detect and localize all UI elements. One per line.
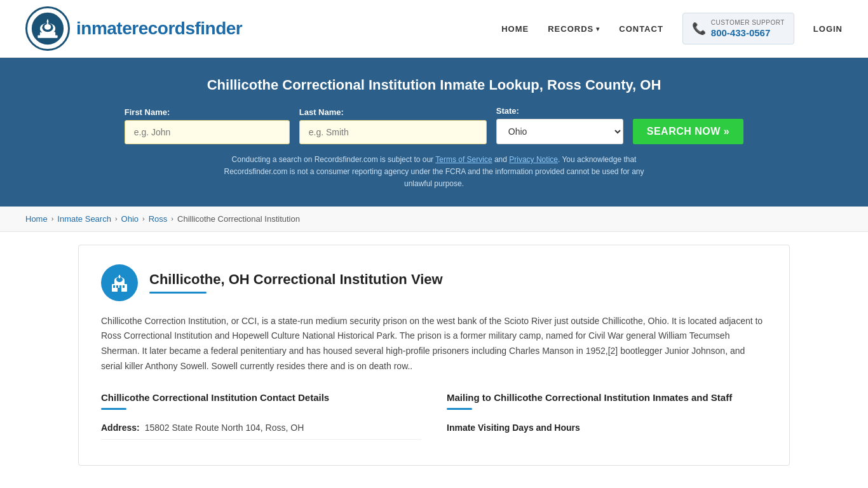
breadcrumb-ohio[interactable]: Ohio	[121, 214, 139, 224]
svg-rect-16	[119, 285, 121, 288]
phone-icon: 📞	[692, 22, 706, 36]
mailing-underline	[447, 408, 472, 410]
nav-records[interactable]: RECORDS ▾	[548, 24, 600, 34]
hero-section: Chillicothe Correctional Institution Inm…	[0, 58, 868, 207]
contact-underline	[101, 408, 126, 410]
privacy-link[interactable]: Privacy Notice	[509, 155, 558, 164]
breadcrumb: Home › Inmate Search › Ohio › Ross › Chi…	[0, 207, 868, 232]
breadcrumb-current: Chillicothe Correctional Institution	[177, 214, 300, 224]
svg-rect-15	[116, 285, 118, 288]
logo-area: inmaterecordsfinder	[25, 6, 242, 51]
svg-marker-23	[118, 274, 121, 277]
breadcrumb-sep-3: ›	[142, 215, 145, 222]
first-name-group: First Name:	[125, 107, 290, 144]
state-group: State: Ohio Alabama Alaska California Te…	[496, 106, 623, 144]
last-name-label: Last Name:	[299, 107, 344, 117]
address-label: Address:	[101, 423, 140, 433]
mailing-column: Mailing to Chillicothe Correctional Inst…	[447, 392, 767, 446]
svg-point-10	[44, 24, 51, 30]
two-column-section: Chillicothe Correctional Institution Con…	[101, 392, 767, 446]
search-form: First Name: Last Name: State: Ohio Alaba…	[25, 106, 843, 144]
state-label: State:	[496, 106, 519, 116]
first-name-label: First Name:	[125, 107, 170, 117]
nav-contact[interactable]: CONTACT	[619, 24, 663, 34]
content-card: Chillicothe, OH Correctional Institution…	[78, 245, 790, 466]
first-name-input[interactable]	[125, 120, 290, 144]
institution-header: Chillicothe, OH Correctional Institution…	[101, 264, 767, 301]
last-name-input[interactable]	[299, 120, 487, 144]
terms-link[interactable]: Terms of Service	[435, 155, 492, 164]
contact-heading: Chillicothe Correctional Institution Con…	[101, 392, 421, 403]
breadcrumb-sep-2: ›	[115, 215, 118, 222]
site-header: inmaterecordsfinder HOME RECORDS ▾ CONTA…	[0, 0, 868, 58]
breadcrumb-ross[interactable]: Ross	[149, 214, 168, 224]
institution-title: Chillicothe, OH Correctional Institution…	[149, 271, 443, 288]
nav-login[interactable]: LOGIN	[813, 24, 843, 34]
visiting-subheading: Inmate Visiting Days and Hours	[447, 423, 767, 433]
search-button[interactable]: SEARCH NOW »	[633, 119, 743, 144]
svg-rect-18	[118, 288, 121, 292]
main-content: Chillicothe, OH Correctional Institution…	[53, 245, 815, 466]
state-select[interactable]: Ohio Alabama Alaska California Texas	[496, 119, 623, 144]
institution-icon	[101, 264, 138, 301]
breadcrumb-sep-4: ›	[171, 215, 173, 222]
institution-title-area: Chillicothe, OH Correctional Institution…	[149, 271, 443, 294]
svg-rect-17	[123, 285, 125, 288]
breadcrumb-sep-1: ›	[51, 215, 54, 222]
support-number: 800-433-0567	[711, 27, 785, 39]
mailing-heading: Mailing to Chillicothe Correctional Inst…	[447, 392, 767, 403]
nav-home[interactable]: HOME	[501, 24, 529, 34]
institution-description: Chillicothe Correction Institution, or C…	[101, 314, 767, 374]
logo-text: inmaterecordsfinder	[76, 18, 242, 39]
address-value: 15802 State Route North 104, Ross, OH	[145, 423, 304, 433]
contact-details-column: Chillicothe Correctional Institution Con…	[101, 392, 421, 446]
svg-rect-14	[113, 285, 115, 288]
breadcrumb-home[interactable]: Home	[25, 214, 48, 224]
hero-disclaimer: Conducting a search on Recordsfinder.com…	[218, 154, 650, 191]
last-name-group: Last Name:	[299, 107, 487, 144]
logo-icon	[25, 6, 70, 51]
support-box[interactable]: 📞 CUSTOMER SUPPORT 800-433-0567	[682, 13, 794, 45]
breadcrumb-inmate-search[interactable]: Inmate Search	[57, 214, 111, 224]
address-row: Address: 15802 State Route North 104, Ro…	[101, 423, 421, 440]
hero-title: Chillicothe Correctional Institution Inm…	[25, 77, 843, 93]
chevron-down-icon: ▾	[596, 25, 600, 32]
main-nav: HOME RECORDS ▾ CONTACT 📞 CUSTOMER SUPPOR…	[501, 13, 843, 45]
support-label: CUSTOMER SUPPORT	[711, 18, 785, 27]
title-underline	[149, 292, 207, 294]
